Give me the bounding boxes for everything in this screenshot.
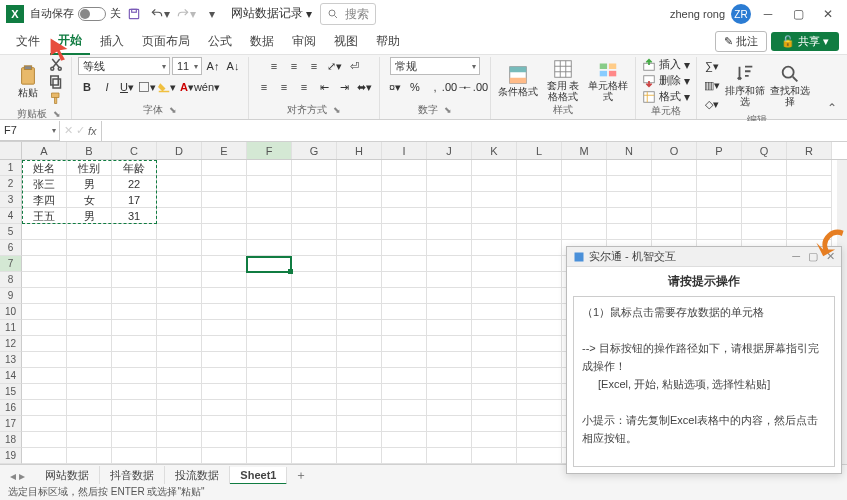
comments-button[interactable]: ✎ 批注 xyxy=(715,31,767,52)
cell[interactable] xyxy=(22,240,67,256)
cell[interactable] xyxy=(337,432,382,448)
cell[interactable] xyxy=(472,272,517,288)
cell[interactable] xyxy=(427,400,472,416)
cell[interactable] xyxy=(22,416,67,432)
col-header[interactable]: P xyxy=(697,142,742,159)
cell[interactable] xyxy=(517,448,562,464)
clear-icon[interactable]: ◇▾ xyxy=(703,95,721,113)
cell[interactable] xyxy=(292,192,337,208)
cell[interactable] xyxy=(427,160,472,176)
cell[interactable] xyxy=(247,336,292,352)
cell[interactable] xyxy=(22,384,67,400)
cell[interactable] xyxy=(202,272,247,288)
copy-icon[interactable] xyxy=(47,74,65,90)
cell[interactable] xyxy=(337,448,382,464)
cell[interactable] xyxy=(292,288,337,304)
cell[interactable] xyxy=(697,224,742,240)
cell[interactable] xyxy=(742,160,787,176)
row-header[interactable]: 1 xyxy=(0,160,22,176)
sheet-tab[interactable]: 抖音数据 xyxy=(100,466,165,485)
cell[interactable] xyxy=(472,336,517,352)
cell[interactable] xyxy=(292,256,337,272)
cell[interactable] xyxy=(382,400,427,416)
cell[interactable] xyxy=(292,240,337,256)
cell[interactable] xyxy=(202,288,247,304)
cell[interactable] xyxy=(202,176,247,192)
menu-data[interactable]: 数据 xyxy=(242,29,282,54)
menu-formula[interactable]: 公式 xyxy=(200,29,240,54)
percent-icon[interactable]: % xyxy=(406,78,424,96)
cell[interactable] xyxy=(157,160,202,176)
autosum-icon[interactable]: ∑▾ xyxy=(703,57,721,75)
cell[interactable] xyxy=(382,160,427,176)
cell[interactable] xyxy=(202,368,247,384)
cell[interactable] xyxy=(67,432,112,448)
cell[interactable] xyxy=(382,224,427,240)
cell[interactable] xyxy=(382,208,427,224)
cell[interactable] xyxy=(157,176,202,192)
cell[interactable] xyxy=(202,208,247,224)
cell[interactable] xyxy=(472,304,517,320)
cell-styles-button[interactable]: 单元格样式 xyxy=(587,58,629,102)
cell[interactable] xyxy=(742,192,787,208)
toggle-switch[interactable] xyxy=(78,7,106,21)
row-header[interactable]: 8 xyxy=(0,272,22,288)
tab-nav[interactable]: ◂ ▸ xyxy=(0,469,35,483)
cell[interactable] xyxy=(292,400,337,416)
cell[interactable] xyxy=(607,208,652,224)
cell[interactable] xyxy=(202,432,247,448)
name-box[interactable]: F7 xyxy=(0,121,60,141)
cell[interactable] xyxy=(67,400,112,416)
cell[interactable] xyxy=(22,224,67,240)
conditional-format-button[interactable]: 条件格式 xyxy=(497,64,539,97)
cell[interactable] xyxy=(472,384,517,400)
cell[interactable] xyxy=(427,272,472,288)
cell[interactable] xyxy=(472,288,517,304)
cell[interactable] xyxy=(517,384,562,400)
cell[interactable] xyxy=(472,432,517,448)
cell[interactable] xyxy=(247,352,292,368)
align-top-icon[interactable]: ≡ xyxy=(265,57,283,75)
cell[interactable] xyxy=(337,416,382,432)
cell[interactable] xyxy=(697,160,742,176)
cell[interactable] xyxy=(292,272,337,288)
save-icon[interactable] xyxy=(123,3,145,25)
row-header[interactable]: 15 xyxy=(0,384,22,400)
currency-icon[interactable]: ¤▾ xyxy=(386,78,404,96)
row-header[interactable]: 7 xyxy=(0,256,22,272)
cell[interactable]: 男 xyxy=(67,208,112,224)
cell[interactable] xyxy=(427,240,472,256)
cell[interactable] xyxy=(247,176,292,192)
cell[interactable]: 17 xyxy=(112,192,157,208)
cell[interactable] xyxy=(652,208,697,224)
cell[interactable] xyxy=(247,288,292,304)
col-header[interactable]: L xyxy=(517,142,562,159)
cell[interactable] xyxy=(337,176,382,192)
cell[interactable] xyxy=(787,208,832,224)
cell[interactable] xyxy=(472,400,517,416)
cell[interactable] xyxy=(517,240,562,256)
col-header[interactable]: F xyxy=(247,142,292,159)
col-header[interactable]: B xyxy=(67,142,112,159)
col-header[interactable]: R xyxy=(787,142,832,159)
cell[interactable] xyxy=(517,432,562,448)
select-all-corner[interactable] xyxy=(0,142,22,159)
cell[interactable] xyxy=(742,176,787,192)
cell[interactable]: 女 xyxy=(67,192,112,208)
cell[interactable] xyxy=(292,224,337,240)
cell[interactable] xyxy=(337,400,382,416)
cell[interactable] xyxy=(427,192,472,208)
cell[interactable] xyxy=(202,160,247,176)
cell[interactable] xyxy=(517,272,562,288)
cell[interactable] xyxy=(787,192,832,208)
autosave-toggle[interactable]: 自动保存 关 xyxy=(30,6,121,21)
cell[interactable]: 22 xyxy=(112,176,157,192)
menu-insert[interactable]: 插入 xyxy=(92,29,132,54)
menu-help[interactable]: 帮助 xyxy=(368,29,408,54)
cell[interactable] xyxy=(472,240,517,256)
paste-button[interactable]: 粘贴 xyxy=(12,64,44,100)
cell[interactable] xyxy=(382,240,427,256)
col-header[interactable]: A xyxy=(22,142,67,159)
cell[interactable] xyxy=(22,272,67,288)
cell[interactable] xyxy=(67,224,112,240)
